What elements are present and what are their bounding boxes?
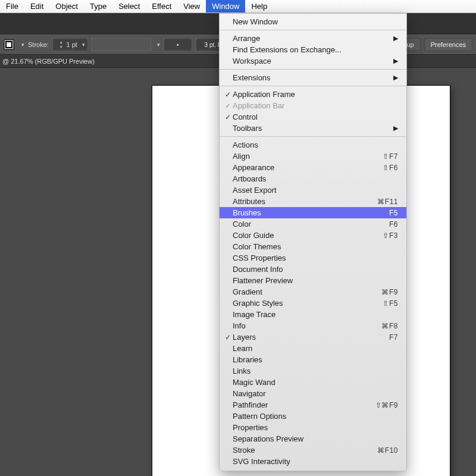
menu-item-gradient[interactable]: Gradient⌘F9 [220, 286, 406, 298]
menu-item-shortcut: ⌘F9 [381, 288, 398, 296]
menu-item-css-properties[interactable]: CSS Properties [220, 252, 406, 264]
checkmark-icon: ✓ [223, 333, 233, 342]
menu-item-control[interactable]: ✓Control [220, 111, 406, 123]
menu-item-brushes[interactable]: BrushesF5 [220, 207, 406, 218]
menu-item-label: Color [233, 220, 389, 228]
bullet-icon: • [177, 42, 179, 48]
menu-item-attributes[interactable]: Attributes⌘F11 [220, 196, 406, 207]
menu-item-label: Flattener Preview [233, 276, 398, 285]
menu-item-label: Magic Wand [233, 378, 398, 387]
swatch-dropdown-arrow[interactable]: ▾ [21, 42, 24, 48]
menu-item-magic-wand[interactable]: Magic Wand [220, 377, 406, 388]
menu-item-label: CSS Properties [233, 253, 398, 262]
menu-item-edit[interactable]: Edit [24, 0, 49, 12]
menu-item-color-themes[interactable]: Color Themes [220, 241, 406, 252]
menu-item-label: New Window [233, 17, 398, 26]
menu-item-shortcut: ⌘F10 [377, 446, 398, 455]
menu-bar: FileEditObjectTypeSelectEffectViewWindow… [0, 0, 476, 13]
menu-item-toolbars[interactable]: Toolbars▶ [220, 123, 406, 134]
menu-item-shortcut: ⇧⌘F9 [375, 401, 398, 409]
menu-item-shortcut: ⇧F3 [383, 231, 398, 240]
menu-item-info[interactable]: Info⌘F8 [220, 320, 406, 331]
menu-item-label: SVG Interactivity [233, 457, 398, 466]
menu-item-label: Properties [233, 423, 398, 432]
menu-item-find-extensions-on-exchange[interactable]: Find Extensions on Exchange... [220, 44, 406, 55]
menu-item-learn[interactable]: Learn [220, 343, 406, 354]
menu-item-stroke[interactable]: Stroke⌘F10 [220, 444, 406, 456]
document-tab-title[interactable]: @ 21.67% (RGB/GPU Preview) [2, 58, 95, 65]
menu-item-libraries[interactable]: Libraries [220, 354, 406, 365]
menu-item-layers[interactable]: ✓LayersF7 [220, 331, 406, 343]
fill-stroke-swatch[interactable] [2, 38, 15, 51]
menu-item-pathfinder[interactable]: Pathfinder⇧⌘F9 [220, 399, 406, 411]
submenu-arrow-icon: ▶ [390, 74, 398, 82]
menu-item-object[interactable]: Object [49, 0, 84, 12]
preferences-button[interactable]: Preferences [424, 38, 472, 51]
menu-separator [220, 30, 406, 30]
menu-item-workspace[interactable]: Workspace▶ [220, 55, 406, 67]
menu-item-navigator[interactable]: Navigator [220, 388, 406, 399]
stroke-weight-value: 1 pt [67, 41, 77, 48]
menu-item-view[interactable]: View [177, 0, 206, 12]
menu-item-shortcut: ⌘F11 [377, 198, 398, 206]
menu-item-label: Gradient [233, 287, 381, 296]
stroke-weight-arrow[interactable]: ▾ [82, 42, 85, 48]
menu-item-label: Image Trace [233, 310, 398, 319]
menu-item-application-frame[interactable]: ✓Application Frame [220, 89, 406, 100]
menu-item-help[interactable]: Help [245, 0, 273, 12]
menu-item-shortcut: ⇧F7 [383, 152, 398, 161]
menu-item-properties[interactable]: Properties [220, 422, 406, 433]
menu-item-links[interactable]: Links [220, 365, 406, 377]
menu-item-window[interactable]: Window [206, 0, 245, 12]
menu-item-asset-export[interactable]: Asset Export [220, 184, 406, 196]
menu-item-pattern-options[interactable]: Pattern Options [220, 411, 406, 422]
menu-item-new-window[interactable]: New Window [220, 16, 406, 27]
menu-item-label: Brushes [233, 208, 389, 217]
stroke-stepper[interactable]: ▴▾ [58, 40, 64, 49]
menu-item-label: Color Guide [233, 231, 383, 240]
menu-item-label: Layers [233, 333, 389, 342]
menu-item-label: Stroke [233, 446, 377, 455]
variable-width-profile[interactable]: • [164, 38, 192, 51]
menu-item-label: Graphic Styles [233, 299, 383, 308]
brush-def-arrow[interactable]: ▾ [157, 42, 160, 48]
stroke-weight-field[interactable]: ▴▾ 1 pt ▾ [52, 38, 88, 51]
menu-item-label: Navigator [233, 389, 398, 398]
menu-separator [220, 136, 406, 137]
menu-item-document-info[interactable]: Document Info [220, 264, 406, 275]
menu-item-label: Control [233, 112, 398, 121]
menu-item-arrange[interactable]: Arrange▶ [220, 33, 406, 44]
menu-item-label: Artboards [233, 174, 398, 183]
menu-item-separations-preview[interactable]: Separations Preview [220, 433, 406, 444]
menu-item-align[interactable]: Align⇧F7 [220, 151, 406, 162]
menu-item-label: Workspace [233, 57, 390, 65]
menu-item-label: Attributes [233, 197, 377, 206]
stroke-label: Stroke: [28, 41, 49, 48]
menu-item-file[interactable]: File [0, 0, 24, 12]
menu-item-label: Application Frame [233, 90, 398, 99]
menu-item-actions[interactable]: Actions [220, 139, 406, 151]
menu-item-label: Learn [233, 344, 398, 353]
menu-item-color[interactable]: ColorF6 [220, 218, 406, 230]
menu-item-effect[interactable]: Effect [146, 0, 177, 12]
brush-definition-swatch[interactable] [92, 38, 151, 51]
menu-separator [220, 69, 406, 70]
menu-item-flattener-preview[interactable]: Flattener Preview [220, 275, 406, 286]
menu-item-image-trace[interactable]: Image Trace [220, 309, 406, 320]
menu-item-extensions[interactable]: Extensions▶ [220, 72, 406, 83]
menu-item-label: Info [233, 321, 381, 330]
menu-item-artboards[interactable]: Artboards [220, 173, 406, 184]
checkmark-icon: ✓ [223, 90, 233, 99]
menu-item-color-guide[interactable]: Color Guide⇧F3 [220, 230, 406, 241]
menu-item-svg-interactivity[interactable]: SVG Interactivity [220, 456, 406, 467]
menu-item-label: Arrange [233, 34, 390, 43]
menu-item-graphic-styles[interactable]: Graphic Styles⇧F5 [220, 298, 406, 309]
menu-item-appearance[interactable]: Appearance⇧F6 [220, 162, 406, 173]
menu-item-label: Links [233, 367, 398, 375]
menu-item-label: Libraries [233, 355, 398, 364]
submenu-arrow-icon: ▶ [390, 35, 398, 42]
menu-item-label: Align [233, 152, 383, 161]
menu-item-type[interactable]: Type [84, 0, 112, 12]
menu-item-select[interactable]: Select [112, 0, 146, 12]
menu-item-label: Separations Preview [233, 434, 398, 443]
